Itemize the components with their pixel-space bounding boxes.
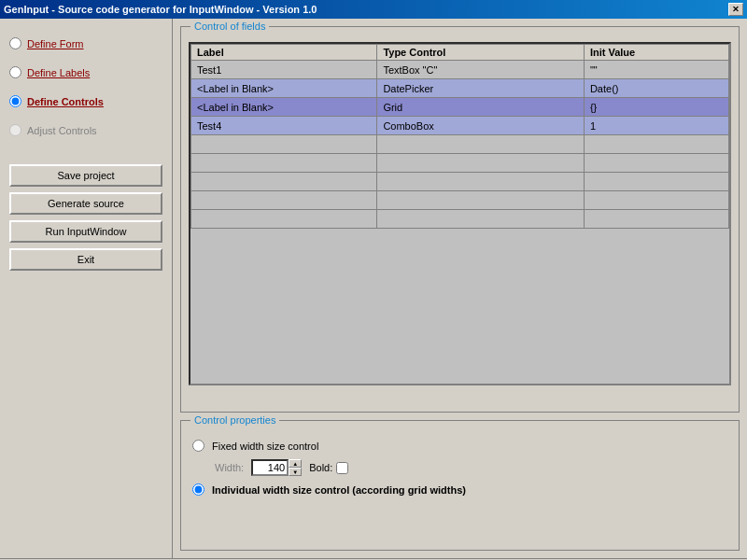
width-label: Width:	[215, 462, 244, 473]
individual-width-label[interactable]: Individual width size control (according…	[212, 484, 466, 496]
col-header-label: Label	[191, 45, 377, 61]
radio-fixed-width[interactable]	[192, 440, 204, 452]
bold-label: Bold:	[309, 462, 332, 473]
table-cell: 1	[584, 117, 728, 135]
table-row[interactable]: Test1TextBox "C"""	[191, 61, 729, 79]
control-properties-title: Control properties	[190, 414, 279, 426]
bold-checkbox-item: Bold:	[309, 462, 348, 474]
table-cell	[191, 173, 377, 191]
table-cell: DatePicker	[377, 79, 585, 98]
label-define-labels[interactable]: Define Labels	[27, 67, 90, 78]
spinbox-down[interactable]: ▼	[289, 468, 302, 476]
table-cell: TextBox "C"	[377, 61, 585, 79]
table-cell	[191, 191, 377, 210]
table-cell	[584, 154, 728, 173]
radio-item-labels[interactable]: Define Labels	[9, 66, 162, 78]
table-cell	[584, 210, 728, 229]
width-input[interactable]	[251, 459, 289, 476]
width-spinbox[interactable]: ▲ ▼	[251, 459, 302, 476]
radio-define-form[interactable]	[9, 37, 21, 49]
control-properties-group: Control properties Fixed width size cont…	[180, 420, 740, 551]
generate-source-button[interactable]: Generate source	[9, 192, 162, 215]
close-button[interactable]: ✕	[728, 3, 743, 16]
col-header-typecontrol: Type Control	[377, 45, 585, 61]
save-project-button[interactable]: Save project	[9, 164, 162, 187]
table-cell: Grid	[377, 98, 585, 117]
table-cell	[377, 173, 585, 191]
title-text: GenInput - Source code generator for Inp…	[4, 4, 317, 15]
table-row[interactable]: <Label in Blank>DatePickerDate()	[191, 79, 729, 98]
fields-table: Label Type Control Init Value Test1TextB…	[190, 44, 729, 229]
label-define-controls[interactable]: Define Controls	[27, 96, 104, 107]
table-cell: <Label in Blank>	[191, 79, 377, 98]
table-cell: Test1	[191, 61, 377, 79]
control-of-fields-title: Control of fields	[190, 21, 269, 32]
radio-individual-width[interactable]	[192, 483, 204, 496]
radio-group: Define Form Define Labels Define Control…	[9, 28, 162, 146]
label-adjust-controls: Adjust Controls	[27, 125, 97, 136]
sidebar-buttons: Save project Generate source Run InputWi…	[9, 164, 162, 271]
table-cell: Test4	[191, 117, 377, 135]
table-cell: <Label in Blank>	[191, 98, 377, 117]
table-cell: {}	[584, 98, 728, 117]
table-cell: ""	[584, 61, 728, 79]
control-of-fields-group: Control of fields Label Type Control Ini…	[180, 26, 740, 413]
exit-button[interactable]: Exit	[9, 248, 162, 271]
table-row[interactable]	[191, 154, 729, 173]
col-header-initvalue: Init Value	[584, 45, 728, 61]
table-cell	[191, 135, 377, 154]
table-cell: ComboBox	[377, 117, 585, 135]
label-define-form[interactable]: Define Form	[27, 38, 84, 49]
radio-item-form[interactable]: Define Form	[9, 37, 162, 49]
table-row[interactable]	[191, 191, 729, 210]
radio-adjust-controls	[9, 124, 21, 136]
table-cell: Date()	[584, 79, 728, 98]
table-row[interactable]	[191, 173, 729, 191]
table-cell	[377, 210, 585, 229]
title-bar: GenInput - Source code generator for Inp…	[0, 0, 747, 19]
table-cell	[584, 173, 728, 191]
table-cell	[584, 191, 728, 210]
table-cell	[377, 154, 585, 173]
spinbox-up[interactable]: ▲	[289, 459, 302, 468]
table-cell	[377, 191, 585, 210]
main-container: Define Form Define Labels Define Control…	[0, 19, 747, 558]
radio-define-controls[interactable]	[9, 95, 21, 107]
fixed-width-row: Fixed width size control	[192, 440, 727, 452]
radio-item-adjust: Adjust Controls	[9, 124, 162, 136]
table-row[interactable]	[191, 135, 729, 154]
width-input-row: Width: ▲ ▼ Bold:	[192, 459, 727, 476]
table-cell	[191, 154, 377, 173]
table-row[interactable]: <Label in Blank>Grid{}	[191, 98, 729, 117]
table-cell	[191, 210, 377, 229]
radio-define-labels[interactable]	[9, 66, 21, 78]
spinbox-buttons: ▲ ▼	[289, 459, 302, 476]
fields-table-wrapper[interactable]: Label Type Control Init Value Test1TextB…	[189, 42, 731, 385]
bold-checkbox[interactable]	[336, 462, 348, 474]
props-section: Fixed width size control Width: ▲ ▼ Bold…	[189, 436, 731, 499]
table-row[interactable]: Test4ComboBox1	[191, 117, 729, 135]
title-bar-buttons: ✕	[728, 3, 743, 16]
radio-item-controls[interactable]: Define Controls	[9, 95, 162, 107]
content-area: Control of fields Label Type Control Ini…	[173, 19, 747, 558]
table-cell	[584, 135, 728, 154]
run-inputwindow-button[interactable]: Run InputWindow	[9, 220, 162, 243]
table-cell	[377, 135, 585, 154]
sidebar: Define Form Define Labels Define Control…	[0, 19, 173, 558]
individual-width-row: Individual width size control (according…	[192, 483, 727, 496]
fixed-width-label[interactable]: Fixed width size control	[212, 441, 318, 452]
table-row[interactable]	[191, 210, 729, 229]
